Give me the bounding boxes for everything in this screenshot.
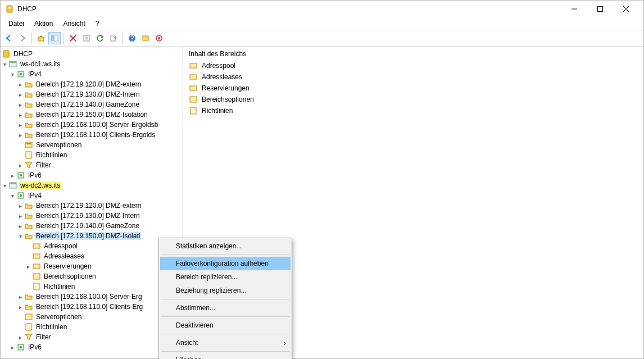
delete-button[interactable] — [67, 32, 79, 44]
chevron-down-icon[interactable]: ▾ — [8, 71, 16, 78]
action-icon[interactable] — [139, 32, 152, 44]
chevron-right-icon[interactable]: ▸ — [16, 122, 24, 128]
svg-rect-45 — [190, 86, 197, 90]
tree-s2-scope[interactable]: ▸Bereich [172.19.120.0] DMZ-extern — [1, 201, 183, 211]
tree-s2-scope[interactable]: ▸Bereich [192.168.110.0] Clients-Erg — [1, 302, 183, 312]
cm-statistics[interactable]: Statistiken anzeigen... — [160, 239, 291, 253]
tree-s2-scope[interactable]: ▸Bereich [172.19.140.0] GameZone — [1, 221, 183, 231]
chevron-down-icon[interactable]: ▾ — [1, 183, 8, 189]
tree-s1-serveroptions[interactable]: Serveroptionen — [1, 140, 183, 150]
list-item[interactable]: Adressleases — [189, 71, 638, 83]
tree-s2-policies[interactable]: Richtlinien — [1, 322, 183, 332]
tree-server-2[interactable]: ▾ ws-dc2.ws.its — [1, 180, 183, 190]
refresh-button[interactable] — [94, 32, 106, 44]
title-bar: DHCP — [1, 1, 643, 17]
tree-s2-ipv4[interactable]: ▾IPv4 — [1, 190, 183, 201]
chevron-right-icon[interactable]: ▸ — [8, 172, 16, 179]
help-button[interactable]: ? — [126, 32, 138, 44]
chevron-right-icon[interactable]: ▸ — [16, 162, 24, 169]
tree-s1-scope[interactable]: ▸Bereich [172.19.150.0] DMZ-Isolation — [1, 110, 183, 120]
tree-server-1[interactable]: ▾ ws-dc1.ws.its — [1, 59, 183, 69]
folder-icon — [24, 90, 33, 99]
cm-replicate-relationship[interactable]: Beziehung replizieren... — [160, 284, 291, 297]
chevron-right-icon[interactable]: ▸ — [8, 344, 16, 351]
ipv4-icon — [16, 191, 25, 200]
chevron-down-icon[interactable]: ▾ — [16, 233, 24, 239]
menu-help[interactable]: ? — [91, 19, 104, 29]
menu-ansicht[interactable]: Ansicht — [58, 19, 89, 29]
chevron-right-icon[interactable]: ▸ — [16, 92, 24, 98]
export-button[interactable] — [107, 32, 120, 44]
tree-s2-ipv6[interactable]: ▸IPv6 — [1, 342, 183, 352]
svg-rect-25 — [25, 142, 32, 148]
tree-s2-pool[interactable]: Adresspool — [1, 241, 183, 251]
chevron-right-icon[interactable]: ▸ — [16, 132, 24, 138]
options-icon — [24, 140, 33, 149]
chevron-right-icon[interactable]: ▸ — [16, 334, 24, 340]
tree-s1-ipv6[interactable]: ▸IPv6 — [1, 170, 183, 180]
chevron-right-icon[interactable]: ▸ — [16, 81, 24, 88]
tree-s1-scope[interactable]: ▸Bereich [192.168.100.0] Server-Ergoldsb — [1, 120, 183, 130]
properties-button[interactable] — [80, 32, 93, 44]
menu-datei[interactable]: Datei — [4, 19, 29, 29]
cm-reconcile[interactable]: Abstimmen... — [160, 301, 291, 315]
cm-deconfigure-failover[interactable]: Failoverkonfiguration aufheben — [160, 257, 291, 270]
tree-s2-scope[interactable]: ▸Bereich [192.168.100.0] Server-Erg — [1, 292, 183, 302]
maximize-button[interactable] — [587, 1, 613, 17]
list-item[interactable]: Adresspool — [189, 60, 638, 71]
forward-button[interactable] — [16, 32, 29, 44]
tree-pane[interactable]: DHCP ▾ ws-dc1.ws.its ▾ IPv4 ▸Bereich [17… — [1, 47, 183, 358]
chevron-down-icon[interactable]: ▾ — [1, 61, 8, 67]
chevron-right-icon[interactable]: ▸ — [16, 213, 24, 219]
context-menu[interactable]: Statistiken anzeigen... Failoverkonfigur… — [158, 238, 292, 359]
chevron-right-icon[interactable]: ▸ — [16, 304, 24, 310]
tree-s1-scope[interactable]: ▸Bereich [172.19.140.0] GameZone — [1, 99, 183, 110]
tree-s2-scopeoptions[interactable]: Bereichsoptionen — [1, 271, 183, 281]
up-button[interactable] — [35, 32, 47, 44]
cm-deactivate[interactable]: Deaktivieren — [160, 319, 291, 332]
show-hide-tree-button[interactable] — [48, 32, 61, 44]
tree-root-dhcp[interactable]: DHCP — [1, 49, 183, 59]
back-button[interactable] — [3, 32, 15, 44]
close-button[interactable] — [613, 1, 639, 17]
record-icon[interactable] — [153, 32, 165, 44]
cm-replicate-scope[interactable]: Bereich replizieren... — [160, 270, 291, 284]
chevron-right-icon[interactable]: ▸ — [24, 263, 32, 270]
list-item[interactable]: Bereichsoptionen — [189, 94, 638, 105]
reservation-icon — [189, 84, 198, 93]
tree-s1-scope[interactable]: ▸Bereich [172.19.130.0] DMZ-Intern — [1, 89, 183, 99]
list-item[interactable]: Richtlinien — [189, 105, 638, 116]
tree-s2-scope-selected[interactable]: ▾Bereich [172.19.150.0] DMZ-Isolati — [1, 231, 183, 241]
chevron-down-icon[interactable]: ▾ — [8, 193, 16, 199]
tree-s2-scope[interactable]: ▸Bereich [172.19.130.0] DMZ-Intern — [1, 211, 183, 221]
chevron-right-icon[interactable]: ▸ — [16, 102, 24, 108]
tree-s2-reservations[interactable]: ▸Reservierungen — [1, 261, 183, 271]
filter-icon — [24, 161, 33, 170]
tree-s1-filter[interactable]: ▸Filter — [1, 160, 183, 170]
chevron-right-icon[interactable]: ▸ — [16, 294, 24, 300]
chevron-right-icon[interactable]: ▸ — [16, 203, 24, 209]
separator — [161, 351, 289, 352]
cm-view[interactable]: Ansicht — [160, 336, 291, 349]
chevron-right-icon[interactable]: ▸ — [16, 112, 24, 118]
tree-s1-policies[interactable]: Richtlinien — [1, 150, 183, 160]
svg-rect-22 — [10, 61, 16, 63]
server-icon — [8, 60, 17, 69]
tree-s2-leases[interactable]: Adressleases — [1, 251, 183, 261]
minimize-button[interactable] — [561, 1, 587, 17]
list-item[interactable]: Reservierungen — [189, 83, 638, 94]
svg-rect-40 — [26, 324, 31, 330]
tree-s2-filter[interactable]: ▸Filter — [1, 332, 183, 342]
tree-s1-scope[interactable]: ▸Bereich [172.19.120.0] DMZ-extern — [1, 79, 183, 89]
folder-icon — [24, 120, 33, 129]
tree-s1-ipv4[interactable]: ▾ IPv4 — [1, 69, 183, 79]
tree-s2-scopepolicies[interactable]: Richtlinien — [1, 281, 183, 292]
folder-icon — [24, 100, 33, 109]
svg-rect-27 — [26, 152, 31, 158]
menu-aktion[interactable]: Aktion — [30, 19, 57, 29]
cm-delete[interactable]: Löschen — [160, 353, 291, 359]
tree-s1-scope[interactable]: ▸Bereich [192.168.110.0] Clients-Ergolds — [1, 130, 183, 140]
tree-s2-serveroptions[interactable]: Serveroptionen — [1, 312, 183, 322]
svg-text:?: ? — [130, 34, 134, 42]
chevron-right-icon[interactable]: ▸ — [16, 223, 24, 229]
